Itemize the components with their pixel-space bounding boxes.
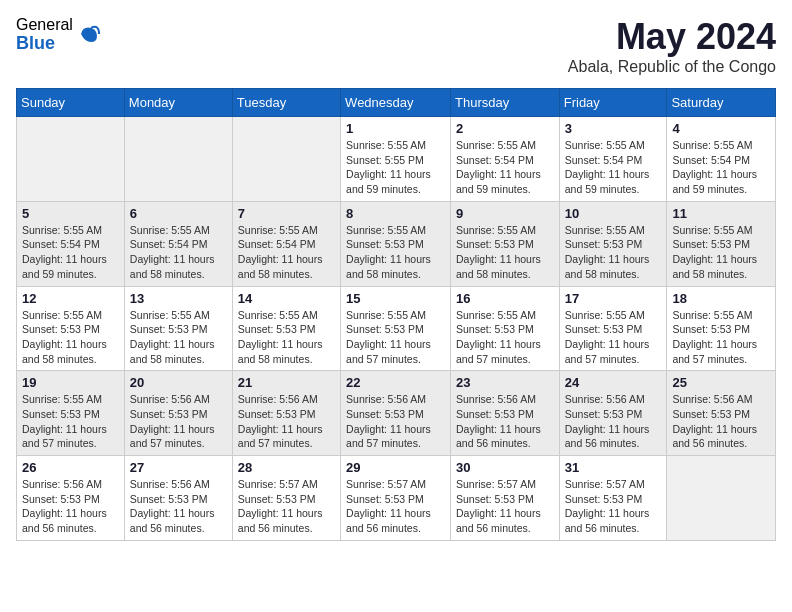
day-info: Sunrise: 5:55 AM Sunset: 5:54 PM Dayligh… xyxy=(456,138,554,197)
day-number: 19 xyxy=(22,375,119,390)
week-row-3: 12Sunrise: 5:55 AM Sunset: 5:53 PM Dayli… xyxy=(17,286,776,371)
week-row-2: 5Sunrise: 5:55 AM Sunset: 5:54 PM Daylig… xyxy=(17,201,776,286)
day-info: Sunrise: 5:55 AM Sunset: 5:53 PM Dayligh… xyxy=(565,308,662,367)
day-number: 9 xyxy=(456,206,554,221)
day-info: Sunrise: 5:56 AM Sunset: 5:53 PM Dayligh… xyxy=(22,477,119,536)
day-number: 10 xyxy=(565,206,662,221)
weekday-header-friday: Friday xyxy=(559,89,667,117)
calendar-cell: 14Sunrise: 5:55 AM Sunset: 5:53 PM Dayli… xyxy=(232,286,340,371)
calendar-cell: 24Sunrise: 5:56 AM Sunset: 5:53 PM Dayli… xyxy=(559,371,667,456)
day-number: 1 xyxy=(346,121,445,136)
calendar-cell: 7Sunrise: 5:55 AM Sunset: 5:54 PM Daylig… xyxy=(232,201,340,286)
calendar-cell: 15Sunrise: 5:55 AM Sunset: 5:53 PM Dayli… xyxy=(341,286,451,371)
day-number: 8 xyxy=(346,206,445,221)
day-number: 17 xyxy=(565,291,662,306)
day-number: 18 xyxy=(672,291,770,306)
day-number: 14 xyxy=(238,291,335,306)
day-number: 6 xyxy=(130,206,227,221)
day-info: Sunrise: 5:55 AM Sunset: 5:53 PM Dayligh… xyxy=(346,308,445,367)
calendar-table: SundayMondayTuesdayWednesdayThursdayFrid… xyxy=(16,88,776,541)
day-info: Sunrise: 5:56 AM Sunset: 5:53 PM Dayligh… xyxy=(565,392,662,451)
day-info: Sunrise: 5:55 AM Sunset: 5:54 PM Dayligh… xyxy=(565,138,662,197)
day-info: Sunrise: 5:55 AM Sunset: 5:55 PM Dayligh… xyxy=(346,138,445,197)
calendar-cell: 26Sunrise: 5:56 AM Sunset: 5:53 PM Dayli… xyxy=(17,456,125,541)
day-number: 24 xyxy=(565,375,662,390)
day-info: Sunrise: 5:55 AM Sunset: 5:53 PM Dayligh… xyxy=(456,308,554,367)
calendar-cell: 27Sunrise: 5:56 AM Sunset: 5:53 PM Dayli… xyxy=(124,456,232,541)
calendar-cell: 5Sunrise: 5:55 AM Sunset: 5:54 PM Daylig… xyxy=(17,201,125,286)
day-info: Sunrise: 5:57 AM Sunset: 5:53 PM Dayligh… xyxy=(456,477,554,536)
logo-general: General xyxy=(16,16,73,34)
calendar-cell xyxy=(17,117,125,202)
calendar-cell: 25Sunrise: 5:56 AM Sunset: 5:53 PM Dayli… xyxy=(667,371,776,456)
day-info: Sunrise: 5:55 AM Sunset: 5:53 PM Dayligh… xyxy=(346,223,445,282)
calendar-cell: 18Sunrise: 5:55 AM Sunset: 5:53 PM Dayli… xyxy=(667,286,776,371)
day-number: 22 xyxy=(346,375,445,390)
day-info: Sunrise: 5:56 AM Sunset: 5:53 PM Dayligh… xyxy=(130,477,227,536)
page-header: General Blue May 2024 Abala, Republic of… xyxy=(16,16,776,76)
day-info: Sunrise: 5:56 AM Sunset: 5:53 PM Dayligh… xyxy=(346,392,445,451)
day-number: 29 xyxy=(346,460,445,475)
weekday-header-wednesday: Wednesday xyxy=(341,89,451,117)
title-area: May 2024 Abala, Republic of the Congo xyxy=(568,16,776,76)
day-number: 4 xyxy=(672,121,770,136)
week-row-5: 26Sunrise: 5:56 AM Sunset: 5:53 PM Dayli… xyxy=(17,456,776,541)
calendar-cell: 2Sunrise: 5:55 AM Sunset: 5:54 PM Daylig… xyxy=(451,117,560,202)
day-number: 3 xyxy=(565,121,662,136)
day-info: Sunrise: 5:55 AM Sunset: 5:54 PM Dayligh… xyxy=(672,138,770,197)
day-info: Sunrise: 5:55 AM Sunset: 5:53 PM Dayligh… xyxy=(672,308,770,367)
day-number: 11 xyxy=(672,206,770,221)
day-info: Sunrise: 5:56 AM Sunset: 5:53 PM Dayligh… xyxy=(130,392,227,451)
calendar-cell: 11Sunrise: 5:55 AM Sunset: 5:53 PM Dayli… xyxy=(667,201,776,286)
day-info: Sunrise: 5:56 AM Sunset: 5:53 PM Dayligh… xyxy=(238,392,335,451)
calendar-cell: 29Sunrise: 5:57 AM Sunset: 5:53 PM Dayli… xyxy=(341,456,451,541)
logo-icon xyxy=(77,22,101,46)
day-info: Sunrise: 5:56 AM Sunset: 5:53 PM Dayligh… xyxy=(456,392,554,451)
day-info: Sunrise: 5:55 AM Sunset: 5:53 PM Dayligh… xyxy=(130,308,227,367)
calendar-cell: 28Sunrise: 5:57 AM Sunset: 5:53 PM Dayli… xyxy=(232,456,340,541)
day-number: 7 xyxy=(238,206,335,221)
calendar-cell: 4Sunrise: 5:55 AM Sunset: 5:54 PM Daylig… xyxy=(667,117,776,202)
day-info: Sunrise: 5:57 AM Sunset: 5:53 PM Dayligh… xyxy=(346,477,445,536)
day-info: Sunrise: 5:55 AM Sunset: 5:53 PM Dayligh… xyxy=(22,392,119,451)
day-number: 5 xyxy=(22,206,119,221)
day-info: Sunrise: 5:55 AM Sunset: 5:53 PM Dayligh… xyxy=(22,308,119,367)
day-info: Sunrise: 5:57 AM Sunset: 5:53 PM Dayligh… xyxy=(565,477,662,536)
day-number: 23 xyxy=(456,375,554,390)
day-info: Sunrise: 5:55 AM Sunset: 5:53 PM Dayligh… xyxy=(565,223,662,282)
weekday-header-row: SundayMondayTuesdayWednesdayThursdayFrid… xyxy=(17,89,776,117)
calendar-cell: 19Sunrise: 5:55 AM Sunset: 5:53 PM Dayli… xyxy=(17,371,125,456)
calendar-cell: 9Sunrise: 5:55 AM Sunset: 5:53 PM Daylig… xyxy=(451,201,560,286)
day-info: Sunrise: 5:55 AM Sunset: 5:54 PM Dayligh… xyxy=(238,223,335,282)
weekday-header-thursday: Thursday xyxy=(451,89,560,117)
day-number: 25 xyxy=(672,375,770,390)
day-info: Sunrise: 5:57 AM Sunset: 5:53 PM Dayligh… xyxy=(238,477,335,536)
location-subtitle: Abala, Republic of the Congo xyxy=(568,58,776,76)
day-number: 27 xyxy=(130,460,227,475)
day-info: Sunrise: 5:55 AM Sunset: 5:53 PM Dayligh… xyxy=(238,308,335,367)
calendar-cell xyxy=(667,456,776,541)
day-info: Sunrise: 5:55 AM Sunset: 5:54 PM Dayligh… xyxy=(22,223,119,282)
day-number: 12 xyxy=(22,291,119,306)
day-number: 28 xyxy=(238,460,335,475)
calendar-cell: 13Sunrise: 5:55 AM Sunset: 5:53 PM Dayli… xyxy=(124,286,232,371)
day-number: 30 xyxy=(456,460,554,475)
weekday-header-saturday: Saturday xyxy=(667,89,776,117)
calendar-cell xyxy=(232,117,340,202)
calendar-cell: 31Sunrise: 5:57 AM Sunset: 5:53 PM Dayli… xyxy=(559,456,667,541)
logo: General Blue xyxy=(16,16,101,53)
calendar-cell: 10Sunrise: 5:55 AM Sunset: 5:53 PM Dayli… xyxy=(559,201,667,286)
calendar-cell: 22Sunrise: 5:56 AM Sunset: 5:53 PM Dayli… xyxy=(341,371,451,456)
day-info: Sunrise: 5:56 AM Sunset: 5:53 PM Dayligh… xyxy=(672,392,770,451)
calendar-cell: 6Sunrise: 5:55 AM Sunset: 5:54 PM Daylig… xyxy=(124,201,232,286)
day-info: Sunrise: 5:55 AM Sunset: 5:54 PM Dayligh… xyxy=(130,223,227,282)
calendar-cell: 1Sunrise: 5:55 AM Sunset: 5:55 PM Daylig… xyxy=(341,117,451,202)
day-number: 15 xyxy=(346,291,445,306)
week-row-4: 19Sunrise: 5:55 AM Sunset: 5:53 PM Dayli… xyxy=(17,371,776,456)
weekday-header-monday: Monday xyxy=(124,89,232,117)
day-number: 16 xyxy=(456,291,554,306)
weekday-header-tuesday: Tuesday xyxy=(232,89,340,117)
day-number: 20 xyxy=(130,375,227,390)
day-number: 21 xyxy=(238,375,335,390)
calendar-cell: 3Sunrise: 5:55 AM Sunset: 5:54 PM Daylig… xyxy=(559,117,667,202)
